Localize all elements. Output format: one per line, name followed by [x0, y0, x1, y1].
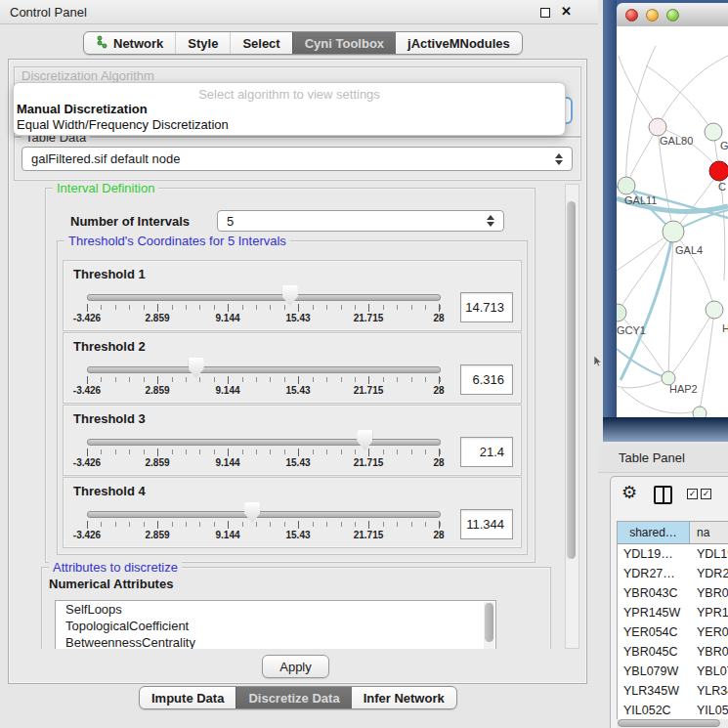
label-gal80: GAL80 [660, 135, 693, 147]
threshold-1-slider-track[interactable] [87, 294, 441, 301]
algorithm-group-label: Discretization Algorithm [21, 68, 154, 83]
cell-name[interactable]: YER05 [690, 625, 728, 639]
spinner-arrows-icon[interactable] [555, 153, 563, 165]
checkbox-icon[interactable]: ✓ [701, 489, 711, 499]
cell-shared-name[interactable]: YLR345W [618, 684, 690, 698]
checkbox-icon[interactable]: ✓ [687, 489, 698, 499]
interval-definition-label: Interval Definition [53, 182, 158, 195]
cell-name[interactable]: YBL07 [690, 664, 728, 678]
cell-shared-name[interactable]: YER054C [618, 625, 690, 639]
table-row[interactable]: YBR043CYBR04 [618, 583, 728, 603]
cell-shared-name[interactable]: YDR27… [618, 567, 690, 580]
columns-icon[interactable] [654, 486, 672, 504]
cell-name[interactable]: YBR04 [690, 586, 728, 600]
gear-icon[interactable]: ⚙ [621, 482, 637, 503]
attribute-item[interactable]: TopologicalCoefficient [56, 618, 495, 634]
node-gal11[interactable] [618, 177, 635, 194]
spinner-arrows-icon[interactable] [487, 215, 494, 227]
threshold-4-slider-track[interactable] [87, 511, 441, 518]
mouse-cursor [594, 354, 603, 371]
label-gal4: GAL4 [675, 244, 703, 256]
threshold-2-slider-track[interactable] [87, 366, 441, 373]
table-row[interactable]: YIL052CYIL05 [618, 701, 728, 720]
column-header-shared-name[interactable]: shared… [618, 522, 690, 543]
cell-name[interactable]: YDR27 [690, 567, 728, 580]
screen: Control Panel ✕ Network Style Select Cyn… [0, 0, 728, 728]
network-canvas[interactable]: GAL80 GA GAL11 C GAL4 GCY1 H HAP2 [617, 26, 728, 417]
tab-impute-data[interactable]: Impute Data [140, 687, 236, 708]
column-header-name[interactable]: na [690, 522, 728, 543]
node-gal80[interactable] [649, 118, 666, 136]
node-selected-red[interactable] [709, 161, 728, 181]
node-h[interactable] [706, 301, 723, 319]
cell-shared-name[interactable]: YIL052C [618, 704, 690, 717]
cell-name[interactable]: YLR34 [690, 684, 728, 698]
cell-name[interactable]: YIL05 [690, 704, 728, 717]
table-row[interactable]: YDL19…YDL19 [618, 544, 728, 564]
mac-minimize-button[interactable] [646, 9, 659, 21]
close-icon[interactable]: ✕ [561, 4, 572, 19]
dropdown-option-manual-discretization[interactable]: Manual Discretization [17, 102, 148, 116]
threshold-3-value-field[interactable]: 21.4 [460, 437, 513, 467]
tab-network[interactable]: Network [84, 32, 175, 54]
threshold-3-slider-thumb[interactable] [357, 430, 372, 450]
cell-name[interactable]: YDL19 [690, 547, 728, 561]
tab-cyni-toolbox[interactable]: Cyni Toolbox [292, 32, 396, 54]
threshold-4-value-field[interactable]: 11.344 [460, 509, 513, 539]
attribute-item[interactable]: SelfLoops [56, 601, 495, 618]
threshold-2-value-field[interactable]: 6.316 [460, 364, 513, 395]
tab-style[interactable]: Style [175, 32, 230, 54]
table-row[interactable]: YDR27…YDR27 [618, 564, 728, 583]
cell-name[interactable]: YBR04 [690, 645, 728, 659]
mac-zoom-button[interactable] [666, 9, 679, 21]
apply-button[interactable]: Apply [262, 655, 329, 678]
tab-infer-network[interactable]: Infer Network [352, 687, 456, 708]
control-panel-title: Control Panel [10, 5, 87, 20]
attributes-list-scrollbar[interactable] [484, 602, 494, 649]
cell-shared-name[interactable]: YBR043C [618, 586, 690, 600]
settings-vertical-scrollbar[interactable] [565, 184, 579, 649]
threshold-1-value-field[interactable]: 14.713 [460, 292, 513, 322]
cell-shared-name[interactable]: YDL19… [618, 547, 690, 561]
cell-shared-name[interactable]: YBL079W [618, 664, 690, 678]
tab-discretize-data[interactable]: Discretize Data [236, 687, 351, 708]
cell-shared-name[interactable]: YBR045C [618, 645, 690, 659]
tab-jactivemnodules[interactable]: jActiveMNodules [396, 32, 522, 54]
slider-major-ticks [87, 304, 441, 312]
tick-label: 9.144 [215, 530, 239, 540]
dropdown-option-equal-width-frequency[interactable]: Equal Width/Frequency Discretization [17, 117, 229, 132]
cell-name[interactable]: YPR14 [690, 606, 728, 620]
table-panel-body: ⚙ ✓ ✓ shared… na YDL19…YDL19YDR27…YDR27Y… [610, 476, 728, 728]
tab-select[interactable]: Select [230, 32, 291, 54]
tick-label: 28 [433, 530, 444, 540]
label-hap2: HAP2 [669, 383, 698, 395]
threshold-3-slider-track[interactable] [87, 439, 441, 446]
threshold-2-slider-thumb[interactable] [189, 358, 204, 378]
node-gcy1[interactable] [617, 304, 626, 321]
attribute-item[interactable]: BetweennessCentrality [56, 634, 495, 649]
tab-jactivemnodules-label: jActiveMNodules [407, 36, 510, 51]
node-bottom-cut[interactable] [693, 407, 707, 417]
scrollbar-thumb[interactable] [567, 201, 576, 559]
table-row[interactable]: YBL079WYBL07 [618, 662, 728, 681]
float-window-icon[interactable] [540, 8, 550, 18]
cell-shared-name[interactable]: YPR145W [618, 606, 690, 620]
table-horizontal-scrollbar[interactable] [617, 719, 728, 728]
table-panel-title: Table Panel [619, 450, 685, 465]
node-top-right[interactable] [705, 123, 722, 141]
tab-select-label: Select [242, 36, 279, 51]
node-gal4[interactable] [663, 221, 684, 242]
table-row[interactable]: YLR345WYLR34 [618, 681, 728, 701]
number-of-intervals-spinner[interactable]: 5 [217, 210, 504, 232]
threshold-4-slider-thumb[interactable] [244, 502, 260, 523]
table-data-combobox[interactable]: galFiltered.sif default node [21, 147, 573, 171]
thresholds-group-label: Threshold's Coordinates for 5 Intervals [64, 234, 290, 248]
mac-close-button[interactable] [625, 9, 638, 21]
table-row[interactable]: YER054CYER05 [618, 622, 728, 642]
scrollbar-thumb[interactable] [618, 719, 720, 727]
table-row[interactable]: YBR045CYBR04 [618, 642, 728, 662]
threshold-2-label: Threshold 2 [73, 339, 146, 354]
table-row[interactable]: YPR145WYPR14 [618, 603, 728, 622]
threshold-1-slider-thumb[interactable] [282, 285, 298, 306]
network-window-titlebar[interactable] [617, 3, 728, 27]
